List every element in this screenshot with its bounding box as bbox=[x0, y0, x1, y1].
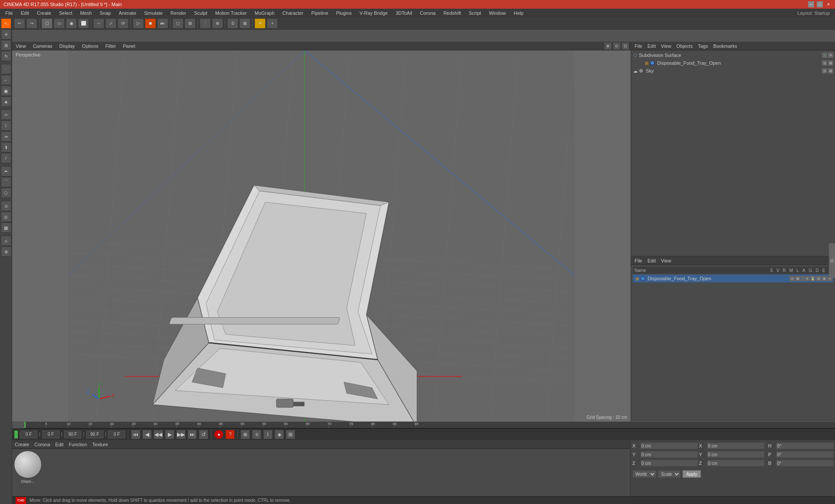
menu-script[interactable]: Script bbox=[465, 10, 484, 17]
render-view-btn[interactable]: ▷ bbox=[133, 18, 144, 29]
polys-mode-btn[interactable]: ▣ bbox=[1, 86, 11, 96]
vp-zoom-icon[interactable]: ⊙ bbox=[613, 43, 620, 50]
vp-full-icon[interactable]: ⊡ bbox=[622, 43, 629, 50]
maximize-button[interactable]: □ bbox=[817, 1, 823, 7]
go-start-btn[interactable]: ⏮ bbox=[131, 430, 140, 439]
menu-file[interactable]: File bbox=[2, 10, 17, 17]
auto-key-btn[interactable]: ? bbox=[225, 430, 235, 439]
sculpt-btn1[interactable]: ⌾ bbox=[1, 235, 11, 246]
vp-menu-filter[interactable]: Filter bbox=[104, 43, 117, 49]
fps-input[interactable] bbox=[108, 431, 125, 438]
tray-ctrl2[interactable]: ⊞ bbox=[828, 60, 833, 66]
scale-tool-btn[interactable]: ⊞ bbox=[1, 40, 11, 50]
zsize-input[interactable] bbox=[707, 460, 765, 467]
rotate-btn[interactable]: ⟳ bbox=[117, 18, 129, 29]
sculpt-btn2[interactable]: ⊗ bbox=[1, 246, 11, 257]
knife-tool-btn[interactable]: ✂ bbox=[1, 109, 11, 120]
spline-pen-btn[interactable]: ✒ bbox=[1, 166, 11, 176]
menu-vray[interactable]: V-Ray Bridge bbox=[356, 10, 391, 17]
live-sel-btn[interactable]: ⬡ bbox=[41, 18, 53, 29]
end-frame-input[interactable] bbox=[64, 431, 81, 438]
view4-btn[interactable]: ⊠ bbox=[239, 18, 250, 29]
menu-select[interactable]: Select bbox=[56, 10, 76, 17]
attr-ctrl-r[interactable] bbox=[801, 276, 804, 281]
next-frame-btn[interactable]: ▶▶ bbox=[176, 430, 186, 439]
timeline-btn[interactable]: ≡ bbox=[252, 430, 261, 439]
xsize-input[interactable] bbox=[707, 442, 765, 449]
x-input[interactable] bbox=[640, 442, 698, 449]
mat-create-menu[interactable]: Create bbox=[14, 442, 30, 447]
mat-corona-menu[interactable]: Corona bbox=[33, 442, 51, 447]
attr-object-row[interactable]: ⊞ Disposable_Food_Tray_Open ⊙ ⊞ ≡ ⌛ ⊡ ⊗ bbox=[633, 275, 833, 282]
vp-move-icon[interactable]: ⊕ bbox=[605, 43, 611, 50]
attr-ctrl-g[interactable]: ⊗ bbox=[822, 276, 827, 281]
obj-move-btn[interactable]: ⊙ bbox=[1, 201, 11, 211]
rect-sel-btn[interactable]: ▭ bbox=[53, 18, 65, 29]
timeline-ruler[interactable]: 5 10 15 20 25 30 35 40 45 50 55 60 65 70… bbox=[24, 421, 835, 428]
attr-view-menu[interactable]: View bbox=[659, 258, 673, 263]
texture-btn[interactable]: ▦ bbox=[1, 222, 11, 233]
menu-mograph[interactable]: MoGraph bbox=[251, 10, 278, 17]
menu-corona[interactable]: Corona bbox=[417, 10, 439, 17]
objects-file-menu[interactable]: File bbox=[633, 43, 644, 49]
snap-grid-btn[interactable]: ⋮ bbox=[200, 18, 211, 29]
objects-row-tray[interactable]: ⊞ Disposable_Food_Tray_Open ⊙ ⊞ bbox=[637, 59, 834, 67]
right-side-tab[interactable]: ⊡ bbox=[829, 243, 835, 278]
cam-persp-btn[interactable]: ◻ bbox=[172, 18, 184, 29]
mirror-tool-btn[interactable]: ⇔ bbox=[1, 131, 11, 142]
material-btn[interactable]: ◎ bbox=[1, 212, 11, 222]
cam-ortho-btn[interactable]: ⊞ bbox=[184, 18, 196, 29]
menu-help[interactable]: Help bbox=[510, 10, 527, 17]
snap-guide-btn[interactable]: ⊕ bbox=[212, 18, 223, 29]
objects-view-menu[interactable]: View bbox=[659, 43, 673, 49]
menu-render[interactable]: Render bbox=[167, 10, 190, 17]
attr-ctrl-v[interactable]: ⊞ bbox=[795, 276, 800, 281]
play-rev-btn[interactable]: ◀◀ bbox=[154, 430, 163, 439]
subdivision-x[interactable]: ✕ bbox=[828, 53, 833, 58]
record-btn[interactable]: ● bbox=[214, 430, 224, 439]
objects-objects-menu[interactable]: Objects bbox=[675, 43, 694, 49]
close-button[interactable]: ✕ bbox=[825, 1, 832, 7]
undo-btn[interactable]: ↩ bbox=[14, 18, 25, 29]
objects-edit-menu[interactable]: Edit bbox=[646, 43, 658, 49]
mat-texture-menu[interactable]: Texture bbox=[91, 442, 109, 447]
loop-sel-btn[interactable]: ⬜ bbox=[78, 18, 89, 29]
vp-menu-options[interactable]: Options bbox=[80, 43, 100, 49]
menu-edit[interactable]: Edit bbox=[17, 10, 33, 17]
ysize-input[interactable] bbox=[707, 451, 765, 458]
attr-file-menu[interactable]: File bbox=[633, 258, 644, 263]
current-frame-input[interactable] bbox=[42, 431, 60, 438]
edges-mode-btn[interactable]: ⌐ bbox=[1, 75, 11, 85]
play-fwd-btn[interactable]: ▶ bbox=[165, 430, 174, 439]
render-all-btn[interactable]: ⏭ bbox=[157, 18, 168, 29]
menu-motion-tracker[interactable]: Motion Tracker bbox=[212, 10, 250, 17]
subdivision-check[interactable]: ✓ bbox=[822, 53, 827, 58]
layer-mgr-btn[interactable]: ⊞ bbox=[286, 430, 295, 439]
objects-row-subdivision[interactable]: ⬡ Subdivision Surface ✓ ✕ bbox=[632, 51, 834, 59]
prev-frame-btn[interactable]: ◀ bbox=[142, 430, 152, 439]
z-input[interactable] bbox=[640, 460, 698, 467]
minimize-button[interactable]: ─ bbox=[808, 1, 814, 7]
vp-menu-panel[interactable]: Panel bbox=[121, 43, 137, 49]
menu-plugins[interactable]: Plugins bbox=[333, 10, 355, 17]
menu-snap[interactable]: Snap bbox=[96, 10, 114, 17]
objects-tags-menu[interactable]: Tags bbox=[696, 43, 710, 49]
mat-edit-menu[interactable]: Edit bbox=[54, 442, 64, 447]
rotate-tool-btn[interactable]: ↻ bbox=[1, 51, 11, 61]
points-mode-btn[interactable]: · bbox=[1, 64, 11, 74]
attr-ctrl-m[interactable]: ≡ bbox=[805, 276, 810, 281]
objects-bookmarks-menu[interactable]: Bookmarks bbox=[711, 43, 739, 49]
light-btn[interactable]: ☀ bbox=[254, 18, 266, 29]
menu-create[interactable]: Create bbox=[33, 10, 55, 17]
model-mode-btn[interactable]: ◈ bbox=[1, 96, 11, 107]
menu-animate[interactable]: Animate bbox=[115, 10, 140, 17]
scale-btn[interactable]: ⤢ bbox=[105, 18, 117, 29]
scale-select[interactable]: Scale Size bbox=[658, 470, 681, 478]
b-input[interactable] bbox=[776, 460, 834, 467]
attr-ctrl-s[interactable]: ⊙ bbox=[789, 276, 795, 281]
move-btn[interactable]: ↔ bbox=[93, 18, 104, 29]
viewport-canvas[interactable]: Perspective Grid Spacing : 10 cm bbox=[12, 50, 631, 421]
cursor-tool-btn[interactable]: ↖ bbox=[1, 18, 11, 29]
mat-function-menu[interactable]: Function bbox=[68, 442, 88, 447]
menu-character[interactable]: Character bbox=[279, 10, 307, 17]
